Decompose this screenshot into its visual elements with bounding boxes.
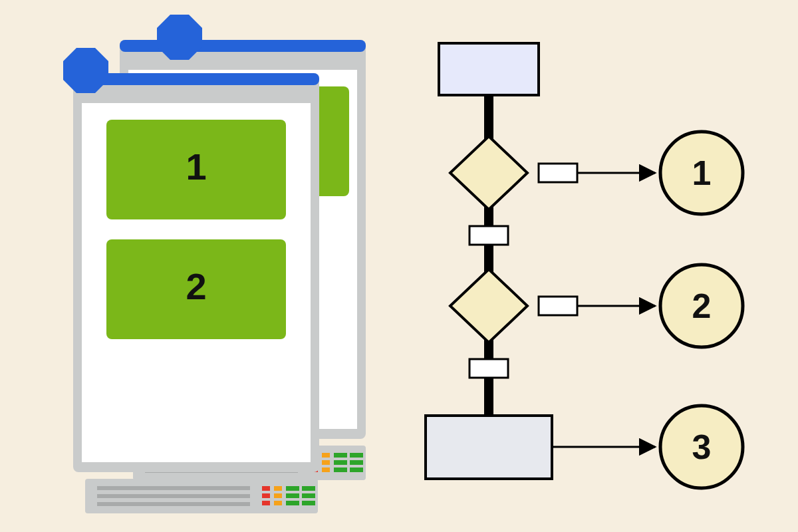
front-card-2: 2: [106, 239, 286, 339]
svg-rect-31: [262, 486, 270, 491]
svg-marker-24: [63, 48, 108, 93]
svg-rect-42: [302, 501, 315, 505]
flow-process-box: [426, 416, 552, 479]
flowchart: 1 2 3: [426, 43, 743, 488]
svg-rect-28: [97, 486, 250, 490]
svg-rect-33: [262, 501, 270, 505]
server-front: [85, 479, 318, 513]
svg-rect-23: [73, 73, 319, 85]
flow-start-box: [439, 43, 539, 95]
card-label-2: 2: [186, 265, 206, 307]
svg-rect-2: [120, 40, 366, 52]
flow-decision-2: [450, 269, 527, 342]
svg-rect-13: [322, 460, 330, 465]
svg-marker-46: [450, 269, 527, 342]
card-label-1: 1: [186, 146, 206, 188]
flow-result-3: 3: [660, 406, 743, 488]
svg-rect-34: [274, 486, 282, 491]
front-card-1: 1: [106, 120, 286, 219]
flow-label-box-2b: [469, 359, 508, 378]
svg-rect-15: [334, 453, 347, 458]
svg-rect-35: [274, 493, 282, 498]
diagram-canvas: 1 2: [0, 0, 798, 532]
flow-decision-1: [450, 136, 527, 209]
svg-marker-3: [157, 15, 202, 60]
flow-result-1: 1: [660, 132, 743, 214]
svg-rect-41: [302, 493, 315, 498]
svg-marker-44: [450, 136, 527, 209]
svg-rect-19: [350, 460, 363, 465]
svg-rect-38: [286, 493, 299, 498]
flow-circle-label-1: 1: [692, 154, 712, 192]
svg-rect-17: [334, 467, 347, 472]
svg-rect-20: [350, 467, 363, 472]
svg-rect-12: [322, 453, 330, 458]
flow-label-box-1b: [469, 226, 508, 245]
svg-rect-37: [286, 486, 299, 491]
window-front: 1 2: [63, 48, 319, 472]
flow-result-2: 2: [660, 265, 743, 347]
svg-rect-16: [334, 460, 347, 465]
svg-rect-29: [97, 494, 250, 498]
svg-rect-30: [97, 502, 250, 506]
svg-rect-18: [350, 453, 363, 458]
svg-rect-14: [322, 467, 330, 472]
svg-rect-40: [302, 486, 315, 491]
svg-rect-39: [286, 501, 299, 505]
flow-circle-label-3: 3: [692, 428, 712, 466]
svg-rect-32: [262, 493, 270, 498]
flow-label-box-1: [539, 164, 577, 182]
flow-circle-label-2: 2: [692, 287, 712, 325]
flow-label-box-2: [539, 297, 577, 315]
svg-rect-36: [274, 501, 282, 505]
